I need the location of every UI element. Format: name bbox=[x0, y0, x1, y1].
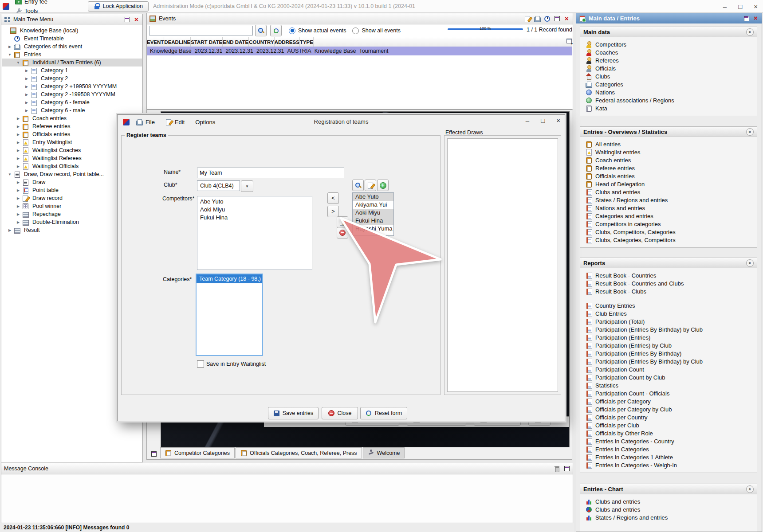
tree-expander-icon[interactable]: ▼ bbox=[6, 53, 14, 57]
events-column-header[interactable]: DEADLINE bbox=[164, 37, 191, 47]
panel-header-icon[interactable] bbox=[534, 16, 541, 22]
bottom-tab[interactable]: Officials Categories, Coach, Referee, Pr… bbox=[236, 447, 362, 458]
report-item[interactable]: Participation Count by Club bbox=[580, 373, 757, 381]
reset-form-button[interactable]: Reset form bbox=[360, 407, 407, 419]
collapse-chevron-icon[interactable] bbox=[746, 128, 754, 136]
report-item[interactable]: Officials by Other Role bbox=[580, 429, 757, 437]
report-item[interactable]: Result Book - Clubs bbox=[580, 287, 757, 295]
tree-item[interactable]: ▶ Category 2 bbox=[2, 74, 142, 82]
column-chooser-icon[interactable] bbox=[566, 38, 572, 44]
events-table-row[interactable]: Knowledge Base2023.12.312023.12.312023.1… bbox=[147, 47, 572, 55]
team-name-input[interactable] bbox=[197, 168, 344, 178]
report-item[interactable]: Country Entries bbox=[580, 301, 757, 309]
tree-expander-icon[interactable]: ▶ bbox=[14, 141, 22, 145]
window-control-button[interactable]: □ bbox=[735, 3, 745, 10]
effected-draws-list[interactable] bbox=[447, 138, 558, 392]
nav-item[interactable]: Coach entries bbox=[580, 156, 757, 164]
report-item[interactable]: Participation (Entries By Birthday) by C… bbox=[580, 357, 757, 365]
report-item[interactable]: Entries in Categories - Country bbox=[580, 437, 757, 445]
panel-header-icon[interactable] bbox=[563, 466, 570, 472]
section-header[interactable]: Entries - Chart bbox=[580, 484, 757, 494]
events-column-header[interactable]: TYPE bbox=[300, 37, 314, 47]
bottom-tab[interactable]: Competitor Categories bbox=[160, 447, 235, 458]
tree-expander-icon[interactable]: ▶ bbox=[23, 85, 31, 89]
club-competitors-list[interactable]: Abe YutoAkiyama YuiAoki MiyuFukui HinaHa… bbox=[352, 192, 394, 236]
tree-item[interactable]: ▶ Category 2 +199508 YYYYMM bbox=[2, 82, 142, 90]
tree-item[interactable]: Event Timetable bbox=[2, 35, 142, 43]
club-competitor-item[interactable]: Akiyama Yui bbox=[353, 201, 393, 209]
tree-item[interactable]: ▶ Categories of this event bbox=[2, 43, 142, 51]
nav-item[interactable]: Nations and entries bbox=[580, 204, 757, 212]
report-item[interactable]: Participation (Total) bbox=[580, 317, 757, 325]
team-member-item[interactable]: Abe Yuto bbox=[197, 198, 312, 206]
tree-expander-icon[interactable]: ▶ bbox=[14, 204, 22, 208]
report-item[interactable]: Entries in Categories bbox=[580, 445, 757, 453]
tree-expander-icon[interactable]: ▶ bbox=[23, 101, 31, 105]
collapse-chevron-icon[interactable] bbox=[746, 485, 754, 493]
club-competitor-item[interactable]: Fukui Hina bbox=[353, 217, 393, 225]
close-button[interactable]: Close bbox=[322, 407, 358, 419]
report-item[interactable]: Participation Count bbox=[580, 365, 757, 373]
tree-expander-icon[interactable]: ▶ bbox=[14, 164, 22, 168]
tree-item[interactable]: ▼ Individual / Team Entries (6) bbox=[2, 59, 142, 66]
nav-item[interactable]: States / Regions and entries bbox=[580, 196, 757, 204]
dialog-control-button[interactable]: □ bbox=[541, 117, 545, 124]
report-item[interactable]: Participation (Entries By Birthday) by C… bbox=[580, 325, 757, 333]
tree-item[interactable]: ▶ Category 6 - male bbox=[2, 106, 142, 114]
tree-item[interactable]: ▶ Category 2 -199508 YYYYMM bbox=[2, 90, 142, 98]
window-control-button[interactable]: – bbox=[720, 3, 729, 10]
report-item[interactable]: Participation (Entries) bbox=[580, 333, 757, 341]
nav-item[interactable]: Categories and entries bbox=[580, 212, 757, 220]
report-item[interactable]: Officials per Country bbox=[580, 413, 757, 421]
tree-item[interactable]: ▼ Entries bbox=[2, 51, 142, 59]
nav-item[interactable]: Categories bbox=[580, 80, 757, 88]
tree-expander-icon[interactable]: ▶ bbox=[14, 156, 22, 160]
nav-item[interactable]: Head of Delegation bbox=[580, 180, 757, 188]
report-item[interactable]: Officials per Category by Club bbox=[580, 405, 757, 413]
club-competitor-item[interactable]: Aoki Miyu bbox=[353, 209, 393, 217]
tree-item[interactable]: ▶ Category 1 bbox=[2, 66, 142, 74]
tree-expander-icon[interactable]: ▶ bbox=[14, 220, 22, 224]
report-item[interactable]: Entries in Categories - Weigh-In bbox=[580, 461, 757, 469]
panel-header-icon[interactable] bbox=[554, 466, 560, 472]
tree-expander-icon[interactable]: ▶ bbox=[14, 125, 22, 129]
tree-expander-icon[interactable]: ▶ bbox=[23, 69, 31, 73]
nav-item[interactable]: Clubs, Competitors, Categories bbox=[580, 228, 757, 236]
section-header[interactable]: Reports bbox=[580, 258, 757, 268]
tree-expander-icon[interactable]: ▶ bbox=[6, 228, 14, 232]
search-button[interactable] bbox=[255, 25, 267, 36]
tree-expander-icon[interactable]: ▶ bbox=[14, 196, 22, 200]
club-combobox[interactable]: Club 4(CLB4) bbox=[197, 180, 253, 192]
hidden-edit-button[interactable] bbox=[337, 216, 348, 228]
tree-expander-icon[interactable]: ▶ bbox=[14, 188, 22, 192]
tree-expander-icon[interactable]: ▶ bbox=[14, 149, 22, 153]
radio-show-actual-events[interactable]: Show actual events bbox=[289, 27, 346, 34]
lock-application-button[interactable]: Lock Application bbox=[88, 1, 149, 12]
panel-header-icon[interactable] bbox=[743, 15, 750, 22]
panel-header-icon[interactable] bbox=[124, 16, 130, 23]
report-item[interactable]: Officials per Club bbox=[580, 421, 757, 429]
report-item[interactable]: Entries in Categories 1 Athlete bbox=[580, 453, 757, 461]
panel-header-icon[interactable] bbox=[524, 16, 531, 22]
report-item[interactable]: Participation (Entries) by Club bbox=[580, 341, 757, 349]
events-column-header[interactable]: ADDRESS bbox=[275, 37, 300, 47]
radio-show-all-events[interactable]: Show all events bbox=[352, 27, 401, 34]
panel-header-icon[interactable] bbox=[752, 15, 759, 22]
events-column-header[interactable]: EVENT bbox=[147, 37, 164, 47]
tree-expander-icon[interactable]: ▼ bbox=[6, 172, 14, 176]
tree-expander-icon[interactable]: ▶ bbox=[23, 77, 31, 81]
tree-expander-icon[interactable]: ▶ bbox=[14, 117, 22, 121]
nav-item[interactable]: Waitinglist entries bbox=[580, 148, 757, 156]
report-item[interactable]: Result Book - Countries and Clubs bbox=[580, 279, 757, 287]
nav-item[interactable]: Coaches bbox=[580, 48, 757, 56]
report-item[interactable]: Statistics bbox=[580, 381, 757, 389]
collapse-chevron-icon[interactable] bbox=[746, 259, 754, 267]
nav-item[interactable]: All entries bbox=[580, 140, 757, 148]
categories-list[interactable]: Team Category (18 - 98,) bbox=[196, 274, 263, 356]
panel-header-icon[interactable] bbox=[133, 16, 140, 23]
club-competitor-item[interactable]: Hayashi Yuma bbox=[353, 225, 393, 233]
tree-expander-icon[interactable]: ▶ bbox=[23, 109, 31, 113]
nav-item[interactable]: Officials entries bbox=[580, 172, 757, 180]
team-member-item[interactable]: Fukui Hina bbox=[197, 214, 312, 222]
tree-expander-icon[interactable]: ▶ bbox=[6, 45, 14, 49]
